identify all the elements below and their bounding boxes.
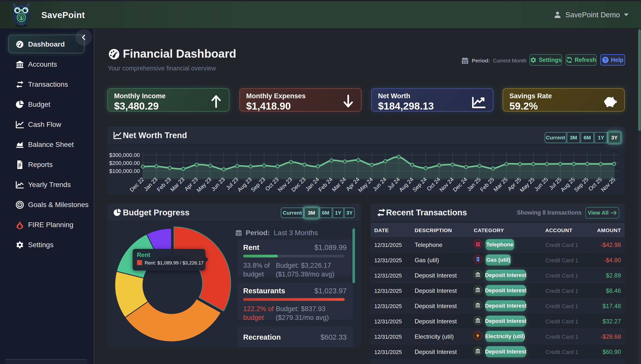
svg-text:May 24: May 24 <box>357 176 374 194</box>
svg-text:Jun 23: Jun 23 <box>210 176 226 192</box>
svg-text:Sep 24: Sep 24 <box>411 176 428 193</box>
svg-text:Aug 23: Aug 23 <box>236 176 253 193</box>
svg-text:Mar 24: Mar 24 <box>331 176 347 193</box>
svg-text:$300,000.00: $300,000.00 <box>109 152 140 158</box>
svg-text:Feb 23: Feb 23 <box>156 176 172 193</box>
svg-text:Sep 23: Sep 23 <box>250 176 266 193</box>
svg-text:Aug 24: Aug 24 <box>398 176 415 193</box>
svg-text:$: $ <box>20 15 23 21</box>
svg-text:?: ? <box>604 57 607 62</box>
svg-text:Nov 24: Nov 24 <box>438 176 455 193</box>
svg-text:Jan 23: Jan 23 <box>143 176 159 192</box>
svg-text:Jan 24: Jan 24 <box>304 176 320 192</box>
svg-text:Jan 25: Jan 25 <box>466 176 482 192</box>
svg-text:May 23: May 23 <box>195 176 213 194</box>
svg-text:Mar 23: Mar 23 <box>169 176 186 193</box>
svg-text:Jun 24: Jun 24 <box>372 176 388 192</box>
svg-text:Mar 25: Mar 25 <box>492 176 509 193</box>
svg-text:Jun 25: Jun 25 <box>533 176 549 192</box>
svg-text:Nov 23: Nov 23 <box>277 176 293 193</box>
svg-text:Feb 24: Feb 24 <box>317 176 334 193</box>
svg-text:Feb 25: Feb 25 <box>479 176 495 193</box>
svg-text:$200,000.00: $200,000.00 <box>109 160 140 166</box>
svg-text:Dec 23: Dec 23 <box>290 176 307 193</box>
svg-text:May 25: May 25 <box>519 176 536 194</box>
svg-text:Nov 25: Nov 25 <box>600 176 617 193</box>
svg-text:Dec 22: Dec 22 <box>129 176 145 193</box>
svg-text:Aug 25: Aug 25 <box>559 176 576 193</box>
svg-text:$100,000.00: $100,000.00 <box>109 168 140 174</box>
svg-text:Dec 24: Dec 24 <box>452 176 469 193</box>
svg-text:Sep 25: Sep 25 <box>573 176 590 193</box>
